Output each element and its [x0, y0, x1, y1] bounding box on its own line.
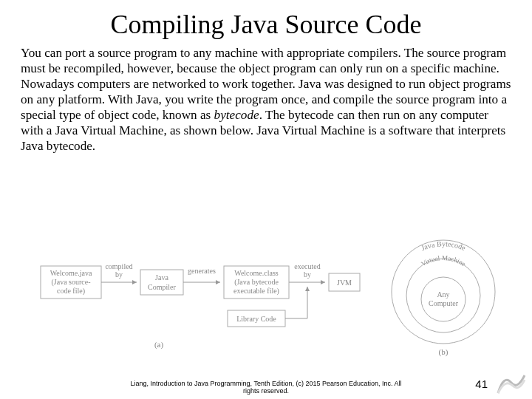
svg-text:Java Bytecode: Java Bytecode	[420, 239, 467, 252]
ring-inner-label-1: Any	[437, 290, 449, 299]
arrow-compiled-label: compiled	[105, 262, 132, 270]
arrow-by2-label: by	[304, 270, 311, 279]
arrow-generates-label: generates	[188, 267, 216, 275]
slide: Compiling Java Source Code You can port …	[0, 0, 532, 399]
class-file-label-3: executable file)	[233, 287, 279, 296]
jvm-label: JVM	[337, 279, 352, 287]
publisher-logo-icon	[497, 372, 526, 395]
compiler-label-2: Compiler	[148, 283, 176, 291]
svg-text:Virtual Machine: Virtual Machine	[420, 254, 467, 267]
class-file-label-1: Welcome.class	[234, 269, 279, 277]
source-file-label-1: Welcome.java	[50, 269, 92, 277]
diagram-label-b: (b)	[439, 347, 449, 357]
arrow-executed-label: executed	[294, 262, 321, 270]
jvm-circles: Java Bytecode Virtual Machine Any Comput…	[392, 239, 495, 344]
compilation-diagram: Welcome.java (Java source- code file) co…	[0, 236, 532, 362]
compiler-label-1: Java	[155, 273, 168, 282]
page-number: 41	[475, 378, 488, 390]
source-file-label-3: code file)	[57, 287, 85, 296]
source-file-label-2: (Java source-	[51, 278, 90, 287]
body-text-italic-bytecode: bytecode	[214, 108, 259, 122]
body-paragraph: You can port a source program to any mac…	[21, 46, 511, 154]
slide-title: Compiling Java Source Code	[21, 9, 511, 40]
footer-credit: Liang, Introduction to Java Programming,…	[0, 380, 532, 395]
class-file-label-2: (Java bytecode	[234, 278, 279, 287]
footer-line1: Liang, Introduction to Java Programming,…	[0, 380, 532, 387]
ring-inner-label-2: Computer	[429, 299, 459, 307]
diagram-label-a: (a)	[154, 340, 164, 349]
ring-mid-label: Virtual Machine	[420, 254, 467, 267]
library-label: Library Code	[236, 315, 276, 323]
arrow-by1-label: by	[115, 270, 123, 279]
ring-outer-label: Java Bytecode	[420, 239, 467, 252]
footer-line2: rights reserved.	[0, 387, 532, 395]
